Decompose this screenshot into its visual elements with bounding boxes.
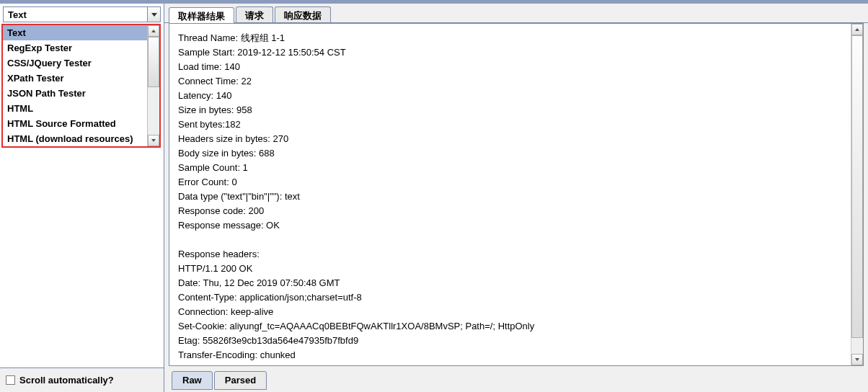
scroll-down-button[interactable] (851, 354, 863, 365)
renderer-option-html-download[interactable]: HTML (download resources) (3, 131, 147, 146)
scroll-track[interactable] (148, 37, 159, 135)
scroll-up-button[interactable] (148, 25, 159, 37)
renderer-option-xpath[interactable]: XPath Tester (3, 71, 147, 86)
chevron-down-icon (855, 358, 859, 361)
renderer-option-jsonpath[interactable]: JSON Path Tester (3, 86, 147, 101)
result-content: Thread Name: 线程组 1-1 Sample Start: 2019-… (169, 23, 864, 366)
tab-raw[interactable]: Raw (172, 371, 213, 390)
result-text-area[interactable]: Thread Name: 线程组 1-1 Sample Start: 2019-… (169, 24, 851, 365)
results-tree-area (0, 148, 164, 368)
tab-response-data[interactable]: 响应数据 (275, 6, 331, 22)
scroll-down-button[interactable] (148, 135, 159, 146)
renderer-select-button[interactable] (147, 7, 160, 22)
renderer-option-html[interactable]: HTML (3, 101, 147, 116)
content-scrollbar[interactable] (851, 24, 863, 365)
chevron-up-icon (855, 28, 859, 31)
scroll-thumb[interactable] (148, 37, 159, 87)
scroll-auto-row: Scroll automatically? (0, 368, 164, 392)
renderer-option-html-source[interactable]: HTML Source Formatted (3, 116, 147, 131)
tab-parsed[interactable]: Parsed (214, 371, 267, 390)
renderer-option-css[interactable]: CSS/JQuery Tester (3, 55, 147, 71)
renderer-dropdown-list: Text RegExp Tester CSS/JQuery Tester XPa… (1, 24, 161, 148)
right-panel: 取样器结果 请求 响应数据 Thread Name: 线程组 1-1 Sampl… (164, 4, 868, 392)
chevron-up-icon (151, 30, 156, 32)
renderer-select-value: Text (4, 8, 147, 22)
tab-sampler-result[interactable]: 取样器结果 (169, 7, 234, 23)
tab-request[interactable]: 请求 (236, 6, 273, 22)
left-panel: Text Text RegExp Tester CSS/JQuery Teste… (0, 4, 164, 392)
format-tabs: Raw Parsed (164, 369, 868, 392)
scroll-track[interactable] (851, 35, 863, 354)
scroll-up-button[interactable] (851, 24, 863, 35)
scroll-auto-checkbox[interactable] (6, 375, 15, 385)
scroll-auto-label: Scroll automatically? (19, 375, 114, 386)
renderer-select[interactable]: Text (3, 6, 161, 22)
chevron-down-icon (151, 139, 156, 142)
renderer-option-text[interactable]: Text (3, 25, 147, 40)
scroll-thumb[interactable] (851, 35, 863, 338)
chevron-down-icon (151, 13, 157, 17)
dropdown-scrollbar[interactable] (147, 25, 159, 146)
result-tabs: 取样器结果 请求 响应数据 (164, 4, 868, 23)
renderer-option-regexp[interactable]: RegExp Tester (3, 40, 147, 55)
